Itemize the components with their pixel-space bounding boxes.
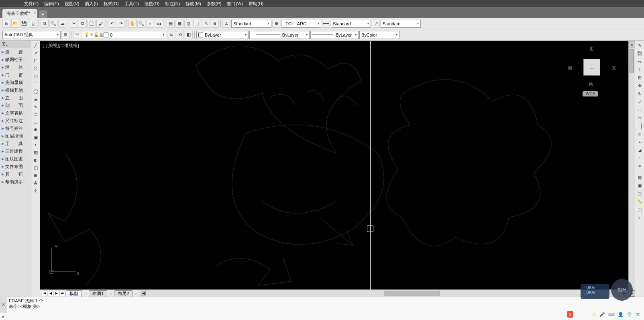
ime-account-icon[interactable]: 👤 [618, 312, 624, 317]
toolpalettes-icon[interactable]: ▥ [184, 20, 192, 28]
save-icon[interactable]: 💾 [20, 20, 28, 28]
addselected-icon[interactable]: ⊹ [32, 187, 39, 194]
workspace-settings-icon[interactable]: ⚙ [61, 31, 69, 39]
zoom-realtime-icon[interactable]: 🔍 [137, 20, 145, 28]
publish-icon[interactable]: ☁ [58, 20, 66, 28]
matchprop-icon[interactable]: 🖌 [96, 20, 104, 28]
viewport-label[interactable]: [–][俯视][二维线框] [43, 43, 79, 49]
palette-item-block[interactable]: ▶图块图案 [0, 155, 31, 163]
linetype-combo[interactable]: ByLayer [249, 31, 310, 39]
close-tab-icon[interactable]: × [33, 10, 36, 15]
saveas-icon[interactable]: ⎙ [29, 20, 37, 28]
palette-item-layerctrl[interactable]: ▶图层控制 [0, 132, 31, 140]
menu-edit[interactable]: 编辑(E) [44, 1, 59, 7]
tab-nav-first-icon[interactable]: ⏮ [42, 291, 47, 296]
qselect-icon[interactable]: ☑ [636, 214, 643, 221]
insert-icon[interactable]: ⊕ [32, 126, 39, 133]
viewcube[interactable]: 北 南 东 西 上 WCS [568, 46, 616, 94]
document-tab[interactable]: 海底三傻帽* × [2, 9, 37, 18]
palette-item-layout[interactable]: ▶文件布图 [0, 163, 31, 170]
lineweight-combo[interactable]: ByLayer [310, 31, 359, 39]
move-icon[interactable]: ✥ [636, 82, 643, 89]
horizontal-scrollbar[interactable]: ◀▶ [139, 289, 628, 297]
gradient-icon[interactable]: ◐ [32, 156, 39, 164]
paste-icon[interactable]: 📋 [88, 20, 96, 28]
group-icon[interactable]: ▣ [636, 182, 643, 189]
menu-draw[interactable]: 绘图(D) [145, 1, 159, 7]
ime-voice-icon[interactable]: 🎤 [599, 312, 605, 317]
viewcube-east[interactable]: 东 [612, 65, 616, 71]
palette-item-demo[interactable]: ▶帮助演示 [0, 178, 31, 186]
scroll-up-icon[interactable]: ▲ [629, 41, 635, 47]
palette-item-tools[interactable]: ▶工 具 [0, 140, 31, 148]
tab-layout2[interactable]: 布局2 [114, 290, 132, 297]
polyline-icon[interactable]: ⺁ [32, 57, 39, 64]
ime-keyboard-icon[interactable]: ⌨ [608, 312, 615, 317]
rectangle-icon[interactable]: ▭ [32, 72, 39, 80]
undo-icon[interactable]: ↶ [108, 20, 116, 28]
command-history[interactable]: ERASE 找到 1 个 命令: <栅格 关> [7, 297, 644, 313]
ime-punct-icon[interactable]: ， [584, 312, 589, 318]
measure-icon[interactable]: 📏 [636, 198, 643, 205]
menu-format[interactable]: 格式(O) [104, 1, 119, 7]
join-icon[interactable]: ⧜ [636, 138, 643, 146]
circle-icon[interactable]: ◯ [32, 88, 39, 95]
color-combo[interactable]: ByLayer [196, 31, 249, 39]
palette-item-door[interactable]: ▶门 窗 [0, 71, 31, 79]
layer-combo[interactable]: 💡 ☀ 🔓 🖶 0 [82, 31, 166, 39]
rotate-icon[interactable]: ↻ [636, 90, 643, 97]
textstyle-icon[interactable]: A [222, 20, 230, 28]
layer-prev-icon[interactable]: ⟲ [176, 31, 184, 39]
markup-icon[interactable]: ✎ [202, 20, 210, 28]
region-icon[interactable]: ◫ [32, 164, 39, 171]
viewcube-wcs-label[interactable]: WCS [583, 91, 598, 96]
scrollbar-thumb[interactable] [384, 291, 440, 295]
stretch-icon[interactable]: ↔ [636, 106, 643, 113]
xline-icon[interactable]: ↗ [32, 49, 39, 57]
workspace-combo[interactable]: AutoCAD 经典 [2, 31, 61, 39]
pan-icon[interactable]: ✋ [128, 20, 137, 28]
palette-menu-icon[interactable]: ⋯ [25, 42, 29, 47]
menu-dimension[interactable]: 标注(N) [165, 1, 180, 7]
palette-item-3d[interactable]: ▶三维建模 [0, 148, 31, 155]
palette-item-settings[interactable]: ▶设 置 [0, 48, 31, 56]
new-icon[interactable]: 🗎 [2, 20, 10, 28]
network-speed-widget[interactable]: ↑ 0K/s ↓ 0K/s [581, 284, 609, 299]
menu-window[interactable]: 窗口(W) [227, 1, 243, 7]
viewcube-south[interactable]: 南 [589, 81, 593, 87]
palette-item-symbol[interactable]: ▶符号标注 [0, 125, 31, 132]
cut-icon[interactable]: ✂ [70, 20, 78, 28]
command-close-icon[interactable]: ✕ [0, 297, 7, 313]
revcloud-icon[interactable]: ☁ [32, 95, 39, 103]
drawing-canvas[interactable]: Y X 北 南 东 西 上 WCS [40, 41, 628, 289]
ungroup-icon[interactable]: ▢ [636, 190, 643, 197]
chamfer-icon[interactable]: ◢ [636, 146, 643, 154]
palette-item-stair[interactable]: ▶楼梯其他 [0, 86, 31, 94]
break-icon[interactable]: ⎋ [636, 130, 643, 137]
trim-icon[interactable]: ✂ [636, 114, 643, 121]
command-input[interactable] [7, 314, 644, 319]
left-palette-header[interactable]: 天... ⋯ [0, 41, 31, 48]
dim-style-combo[interactable]: Standard [331, 20, 371, 28]
arc-icon[interactable]: ⌒ [32, 80, 39, 87]
ime-skin-icon[interactable]: 👕 [627, 312, 632, 317]
redo-icon[interactable]: ↷ [117, 20, 125, 28]
menu-insert[interactable]: 插入(I) [85, 1, 98, 7]
preview-icon[interactable]: 🔍 [49, 20, 57, 28]
dimstyle-icon[interactable]: ⟷ [322, 20, 330, 28]
copy-icon[interactable]: ⧉ [79, 20, 87, 28]
menu-help[interactable]: 帮助(H) [249, 1, 263, 7]
draworder-icon[interactable]: ▤ [636, 174, 643, 181]
menu-tools[interactable]: 工具(T) [124, 1, 139, 7]
erase-icon[interactable]: ✎ [636, 42, 643, 49]
layer-manager-icon[interactable]: ☰ [73, 31, 81, 39]
table-icon[interactable]: ⊞ [32, 172, 39, 179]
viewcube-top-face[interactable]: 上 [583, 59, 600, 76]
vertical-scrollbar[interactable]: ▲ ▼ [628, 41, 635, 297]
new-tab-button[interactable]: ▸ [39, 10, 47, 18]
spline-icon[interactable]: ∿ [32, 103, 39, 110]
explode-icon[interactable]: ✶ [636, 162, 643, 170]
plot-icon[interactable]: 🖶 [41, 20, 49, 28]
scroll-left-icon[interactable]: ◀ [141, 291, 146, 295]
menu-modify[interactable]: 修改(M) [185, 1, 201, 7]
